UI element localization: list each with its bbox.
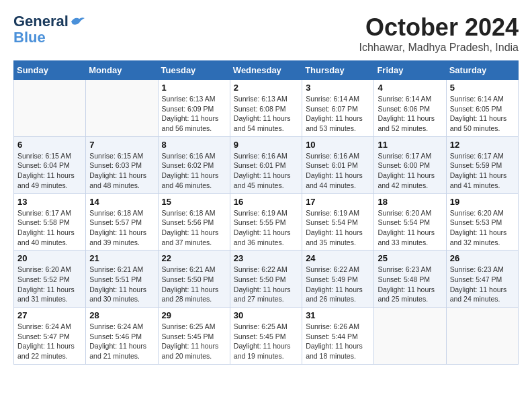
day-number: 9 — [234, 140, 298, 150]
day-info: Sunrise: 6:13 AMSunset: 6:08 PMDaylight:… — [234, 94, 298, 134]
day-info: Sunrise: 6:22 AMSunset: 5:50 PMDaylight:… — [234, 265, 298, 304]
day-cell — [374, 308, 446, 365]
day-number: 5 — [450, 83, 515, 93]
day-cell: 21Sunrise: 6:21 AMSunset: 5:51 PMDayligh… — [86, 250, 158, 308]
day-cell: 18Sunrise: 6:20 AMSunset: 5:54 PMDayligh… — [374, 193, 446, 250]
day-number: 1 — [162, 83, 226, 93]
day-cell: 19Sunrise: 6:20 AMSunset: 5:53 PMDayligh… — [446, 193, 518, 250]
day-info: Sunrise: 6:14 AMSunset: 6:06 PMDaylight:… — [378, 94, 442, 134]
day-cell: 11Sunrise: 6:17 AMSunset: 6:00 PMDayligh… — [374, 136, 446, 193]
day-number: 22 — [162, 253, 226, 263]
day-info: Sunrise: 6:25 AMSunset: 5:45 PMDaylight:… — [234, 322, 298, 361]
day-cell: 16Sunrise: 6:19 AMSunset: 5:55 PMDayligh… — [230, 193, 302, 250]
day-info: Sunrise: 6:17 AMSunset: 5:58 PMDaylight:… — [17, 208, 82, 248]
day-number: 11 — [378, 140, 442, 150]
day-number: 13 — [17, 197, 82, 207]
day-cell — [86, 80, 158, 137]
day-number: 4 — [378, 83, 442, 93]
day-cell: 15Sunrise: 6:18 AMSunset: 5:56 PMDayligh… — [158, 193, 230, 250]
day-number: 15 — [162, 197, 226, 207]
day-number: 31 — [306, 310, 370, 320]
day-info: Sunrise: 6:21 AMSunset: 5:51 PMDaylight:… — [89, 265, 154, 304]
day-cell: 9Sunrise: 6:16 AMSunset: 6:01 PMDaylight… — [230, 136, 302, 193]
week-row-4: 20Sunrise: 6:20 AMSunset: 5:52 PMDayligh… — [14, 250, 519, 308]
day-info: Sunrise: 6:22 AMSunset: 5:49 PMDaylight:… — [306, 265, 370, 304]
weekday-header-wednesday: Wednesday — [230, 61, 302, 80]
day-cell: 3Sunrise: 6:14 AMSunset: 6:07 PMDaylight… — [302, 80, 374, 137]
day-cell: 30Sunrise: 6:25 AMSunset: 5:45 PMDayligh… — [230, 308, 302, 365]
day-number: 20 — [17, 253, 82, 263]
day-cell: 17Sunrise: 6:19 AMSunset: 5:54 PMDayligh… — [302, 193, 374, 250]
day-cell: 23Sunrise: 6:22 AMSunset: 5:50 PMDayligh… — [230, 250, 302, 308]
page-header: General Blue October 2024 Ichhawar, Madh… — [13, 13, 519, 54]
logo-text-general: General — [13, 13, 69, 30]
day-cell: 28Sunrise: 6:24 AMSunset: 5:46 PMDayligh… — [86, 308, 158, 365]
day-info: Sunrise: 6:24 AMSunset: 5:47 PMDaylight:… — [17, 322, 82, 361]
day-number: 21 — [89, 253, 154, 263]
location: Ichhawar, Madhya Pradesh, India — [359, 42, 519, 54]
day-info: Sunrise: 6:14 AMSunset: 6:05 PMDaylight:… — [450, 94, 515, 134]
day-cell: 10Sunrise: 6:16 AMSunset: 6:01 PMDayligh… — [302, 136, 374, 193]
day-number: 27 — [17, 310, 82, 320]
day-number: 3 — [306, 83, 370, 93]
day-info: Sunrise: 6:26 AMSunset: 5:44 PMDaylight:… — [306, 322, 370, 361]
day-cell: 13Sunrise: 6:17 AMSunset: 5:58 PMDayligh… — [14, 193, 86, 250]
weekday-header-saturday: Saturday — [446, 61, 518, 80]
day-cell: 20Sunrise: 6:20 AMSunset: 5:52 PMDayligh… — [14, 250, 86, 308]
day-number: 7 — [89, 140, 154, 150]
day-cell — [446, 308, 518, 365]
weekday-header-monday: Monday — [86, 61, 158, 80]
day-cell: 8Sunrise: 6:16 AMSunset: 6:02 PMDaylight… — [158, 136, 230, 193]
weekday-header-row: SundayMondayTuesdayWednesdayThursdayFrid… — [14, 61, 519, 80]
day-info: Sunrise: 6:23 AMSunset: 5:48 PMDaylight:… — [378, 265, 442, 304]
day-cell: 25Sunrise: 6:23 AMSunset: 5:48 PMDayligh… — [374, 250, 446, 308]
day-number: 16 — [234, 197, 298, 207]
logo-bird-icon — [70, 16, 85, 27]
day-number: 28 — [89, 310, 154, 320]
day-number: 6 — [17, 140, 82, 150]
day-number: 26 — [450, 253, 515, 263]
week-row-3: 13Sunrise: 6:17 AMSunset: 5:58 PMDayligh… — [14, 193, 519, 250]
weekday-header-sunday: Sunday — [14, 61, 86, 80]
day-cell: 12Sunrise: 6:17 AMSunset: 5:59 PMDayligh… — [446, 136, 518, 193]
week-row-1: 1Sunrise: 6:13 AMSunset: 6:09 PMDaylight… — [14, 80, 519, 137]
day-info: Sunrise: 6:21 AMSunset: 5:50 PMDaylight:… — [162, 265, 226, 304]
day-cell: 14Sunrise: 6:18 AMSunset: 5:57 PMDayligh… — [86, 193, 158, 250]
logo-text-blue: Blue — [13, 30, 46, 46]
day-cell: 24Sunrise: 6:22 AMSunset: 5:49 PMDayligh… — [302, 250, 374, 308]
day-number: 24 — [306, 253, 370, 263]
day-cell: 27Sunrise: 6:24 AMSunset: 5:47 PMDayligh… — [14, 308, 86, 365]
day-cell: 31Sunrise: 6:26 AMSunset: 5:44 PMDayligh… — [302, 308, 374, 365]
weekday-header-tuesday: Tuesday — [158, 61, 230, 80]
weekday-header-friday: Friday — [374, 61, 446, 80]
day-number: 12 — [450, 140, 515, 150]
day-info: Sunrise: 6:17 AMSunset: 6:00 PMDaylight:… — [378, 151, 442, 191]
day-info: Sunrise: 6:14 AMSunset: 6:07 PMDaylight:… — [306, 94, 370, 134]
day-number: 30 — [234, 310, 298, 320]
day-cell: 5Sunrise: 6:14 AMSunset: 6:05 PMDaylight… — [446, 80, 518, 137]
day-cell: 7Sunrise: 6:15 AMSunset: 6:03 PMDaylight… — [86, 136, 158, 193]
day-number: 29 — [162, 310, 226, 320]
day-number: 10 — [306, 140, 370, 150]
day-info: Sunrise: 6:20 AMSunset: 5:54 PMDaylight:… — [378, 208, 442, 248]
day-number: 19 — [450, 197, 515, 207]
day-number: 18 — [378, 197, 442, 207]
day-info: Sunrise: 6:15 AMSunset: 6:04 PMDaylight:… — [17, 151, 82, 191]
title-block: October 2024 Ichhawar, Madhya Pradesh, I… — [359, 13, 519, 54]
day-number: 25 — [378, 253, 442, 263]
logo: General Blue — [13, 13, 85, 46]
day-number: 14 — [89, 197, 154, 207]
day-cell: 6Sunrise: 6:15 AMSunset: 6:04 PMDaylight… — [14, 136, 86, 193]
day-info: Sunrise: 6:23 AMSunset: 5:47 PMDaylight:… — [450, 265, 515, 304]
day-number: 2 — [234, 83, 298, 93]
day-number: 17 — [306, 197, 370, 207]
day-info: Sunrise: 6:20 AMSunset: 5:53 PMDaylight:… — [450, 208, 515, 248]
week-row-2: 6Sunrise: 6:15 AMSunset: 6:04 PMDaylight… — [14, 136, 519, 193]
day-info: Sunrise: 6:24 AMSunset: 5:46 PMDaylight:… — [89, 322, 154, 361]
day-info: Sunrise: 6:15 AMSunset: 6:03 PMDaylight:… — [89, 151, 154, 191]
day-info: Sunrise: 6:13 AMSunset: 6:09 PMDaylight:… — [162, 94, 226, 134]
weekday-header-thursday: Thursday — [302, 61, 374, 80]
day-info: Sunrise: 6:19 AMSunset: 5:55 PMDaylight:… — [234, 208, 298, 248]
day-info: Sunrise: 6:17 AMSunset: 5:59 PMDaylight:… — [450, 151, 515, 191]
day-cell: 22Sunrise: 6:21 AMSunset: 5:50 PMDayligh… — [158, 250, 230, 308]
